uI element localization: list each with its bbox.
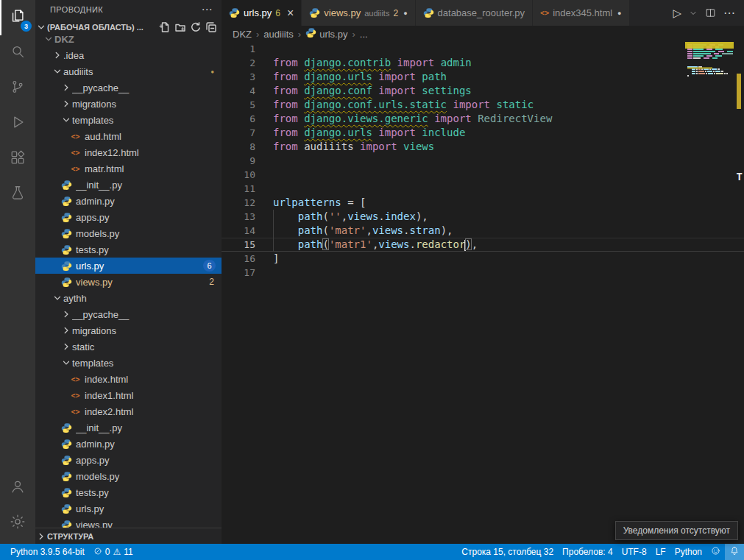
status-cursor-position[interactable]: Строка 15, столбец 32 [457, 544, 558, 560]
outline-section-header[interactable]: СТРУКТУРА [35, 528, 222, 544]
status-feedback[interactable] [706, 544, 725, 560]
run-python-file-button[interactable]: ▷ [673, 7, 681, 20]
tree-item-views.py[interactable]: views.py [35, 517, 222, 528]
more-actions-icon[interactable]: ⋯ [202, 3, 213, 16]
tree-item-apps.py[interactable]: apps.py [35, 452, 222, 468]
activity-testing[interactable] [0, 177, 35, 212]
tree-item-audiiits[interactable]: audiiits● [35, 63, 222, 79]
tree-item-label: __pycache__ [72, 82, 222, 93]
activity-extensions[interactable] [0, 141, 35, 177]
code-line-16[interactable]: 16] [222, 252, 744, 266]
code-line-1[interactable]: 1 [222, 42, 744, 56]
tree-item-.idea[interactable]: .idea [35, 47, 222, 63]
activity-search[interactable] [0, 35, 35, 71]
tree-item-index.html[interactable]: <>index.html [35, 371, 222, 387]
code-editor[interactable]: 12from django.contrib import admin3from … [222, 42, 744, 544]
refresh-icon[interactable] [190, 21, 202, 33]
status-eol[interactable]: LF [651, 544, 670, 560]
code-line-17[interactable]: 17 [222, 266, 744, 280]
line-number: 11 [222, 182, 255, 196]
activity-run-debug[interactable] [0, 106, 35, 141]
code-line-8[interactable]: 8from audiiits import views [222, 140, 744, 154]
code-line-7[interactable]: 7from django.urls import include [222, 126, 744, 140]
tree-item-templates[interactable]: templates [35, 112, 222, 128]
tab-urls.py[interactable]: urls.py6× [222, 0, 302, 26]
code-line-3[interactable]: 3from django.urls import path [222, 70, 744, 84]
tree-item-__init__.py[interactable]: __init__.py [35, 177, 222, 193]
code-line-13[interactable]: 13 path('',views.index), [222, 210, 744, 224]
code-line-4[interactable]: 4from django.conf import settings [222, 84, 744, 98]
breadcrumb-item-...[interactable]: ... [360, 29, 368, 40]
new-folder-icon[interactable] [174, 21, 186, 33]
close-icon[interactable]: × [287, 7, 294, 19]
editor-more-actions-icon[interactable]: ⋯ [723, 6, 735, 20]
tree-item-index2.html[interactable]: <>index2.html [35, 403, 222, 419]
activity-settings[interactable] [0, 506, 35, 541]
code-line-12[interactable]: 12urlpatterns = [ [222, 196, 744, 210]
tree-item-tests.py[interactable]: tests.py [35, 241, 222, 258]
code-line-5[interactable]: 5from django.conf.urls.static import sta… [222, 98, 744, 112]
activity-source-control[interactable] [0, 71, 35, 106]
tab-index345.html[interactable]: <>index345.html● [533, 0, 629, 26]
line-number: 3 [222, 70, 255, 84]
tree-item-admin.py[interactable]: admin.py [35, 436, 222, 452]
new-file-icon[interactable] [159, 21, 171, 33]
tree-item-admin.py[interactable]: admin.py [35, 193, 222, 209]
tree-item-__init__.py[interactable]: __init__.py [35, 419, 222, 436]
tree-item-index12.html[interactable]: <>index12.html [35, 144, 222, 160]
status-problems[interactable]: 0⚠11 [89, 544, 138, 560]
tree-item-models.py[interactable]: models.py [35, 225, 222, 241]
run-dropdown-chevron-icon[interactable] [689, 9, 698, 18]
line-number: 15 [222, 238, 255, 252]
workspace-section-header[interactable]: (РАБОЧАЯ ОБЛАСТЬ) ... [35, 19, 222, 35]
status-python-interpreter[interactable]: Python 3.9.5 64-bit [6, 544, 89, 560]
tab-views.py[interactable]: views.pyaudiiits2● [302, 0, 415, 26]
tree-item-urls.py[interactable]: urls.py6 [35, 258, 222, 274]
code-line-9[interactable]: 9 [222, 154, 744, 168]
breadcrumb-item-DKZ[interactable]: DKZ [233, 29, 252, 40]
tree-item-tests.py[interactable]: tests.py [35, 484, 222, 500]
status-indentation[interactable]: Пробелов: 4 [558, 544, 617, 560]
tree-item-label: views.py [76, 277, 209, 288]
status-language-mode[interactable]: Python [670, 544, 706, 560]
tree-item-apps.py[interactable]: apps.py [35, 209, 222, 225]
tree-item-index1.html[interactable]: <>index1.html [35, 387, 222, 403]
breadcrumb-item-audiiits[interactable]: audiiits [263, 29, 293, 40]
tree-item-static[interactable]: static [35, 339, 222, 355]
code-line-10[interactable]: 10 [222, 168, 744, 182]
tab-label: urls.py [244, 7, 272, 18]
activity-explorer[interactable]: 3 [0, 0, 35, 35]
tree-item-DKZ[interactable]: DKZ [35, 35, 222, 47]
code-line-14[interactable]: 14 path('matr',views.stran), [222, 224, 744, 238]
tree-item-aud.html[interactable]: <>aud.html [35, 128, 222, 144]
split-editor-icon[interactable] [705, 7, 716, 18]
tree-item-migrations[interactable]: migrations [35, 322, 222, 339]
tree-item-aythh[interactable]: aythh [35, 290, 222, 306]
settings-icon [10, 514, 26, 533]
activity-account[interactable] [0, 470, 35, 506]
tab-database_roouter.py[interactable]: database_roouter.py [416, 0, 534, 26]
code-line-11[interactable]: 11 [222, 182, 744, 196]
minimap[interactable] [685, 42, 734, 79]
tree-item-matr.html[interactable]: <>matr.html [35, 160, 222, 177]
tree-item-urls.py[interactable]: urls.py [35, 500, 222, 517]
code-line-15[interactable]: 15 path('matr1',views.redactor), [222, 238, 744, 252]
python-file-icon [60, 180, 73, 191]
tree-item-migrations[interactable]: migrations [35, 96, 222, 112]
tree-item-__pycache__[interactable]: __pycache__ [35, 306, 222, 322]
chevron-right-icon [60, 341, 72, 352]
tree-item-views.py[interactable]: views.py2 [35, 274, 222, 290]
breadcrumb-item-urls.py[interactable]: urls.py [305, 27, 347, 40]
tree-item-templates[interactable]: templates [35, 355, 222, 371]
code-line-6[interactable]: 6from django.views.generic import Redire… [222, 112, 744, 126]
feedback-icon [711, 546, 720, 558]
tab-label: database_roouter.py [438, 7, 525, 18]
collapse-all-icon[interactable] [205, 21, 217, 33]
code-line-2[interactable]: 2from django.contrib import admin [222, 56, 744, 70]
status-encoding[interactable]: UTF-8 [617, 544, 651, 560]
tree-item-models.py[interactable]: models.py [35, 468, 222, 484]
tree-item-label: tests.py [76, 487, 222, 498]
tree-item-__pycache__[interactable]: __pycache__ [35, 79, 222, 96]
tab-problems-badge: 2 [393, 8, 398, 18]
status-notifications[interactable] [725, 544, 744, 560]
